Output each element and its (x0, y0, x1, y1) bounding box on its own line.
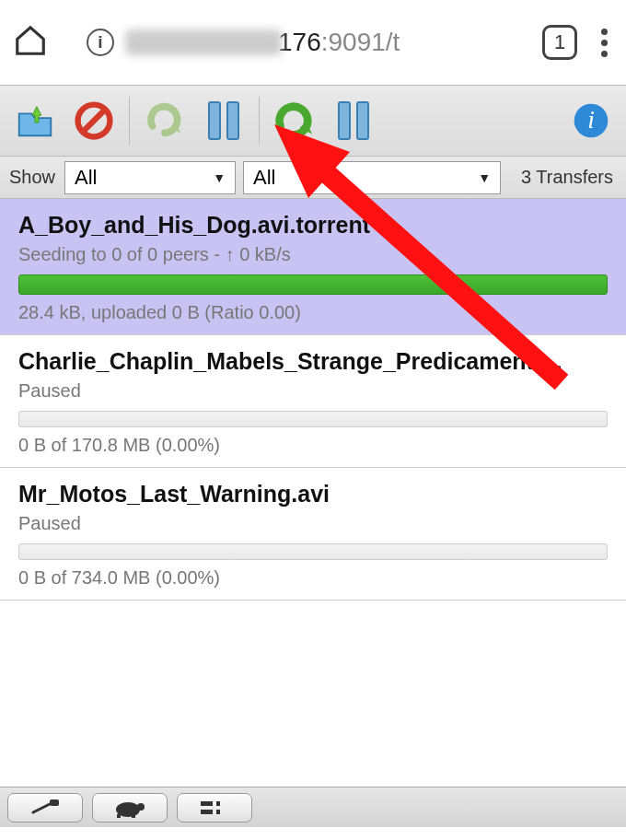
svg-point-10 (137, 803, 145, 811)
torrent-status: Paused (18, 380, 608, 402)
svg-rect-11 (117, 814, 121, 818)
transfer-count: 3 Transfers (516, 167, 619, 188)
torrent-row[interactable]: Charlie_Chaplin_Mabels_Strange_Predicame… (0, 335, 626, 468)
overflow-menu-icon[interactable] (596, 29, 613, 57)
torrent-row[interactable]: A_Boy_and_His_Dog.avi.torrent Seeding to… (0, 199, 626, 335)
torrent-title: Charlie_Chaplin_Mabels_Strange_Predicame… (18, 348, 608, 375)
show-label: Show (7, 167, 57, 188)
svg-line-1 (84, 111, 104, 131)
turtle-mode-button[interactable] (92, 793, 168, 822)
svg-rect-15 (201, 810, 213, 814)
torrent-footer: 0 B of 734.0 MB (0.00%) (18, 567, 608, 589)
svg-rect-4 (339, 102, 350, 139)
pause-all-button[interactable] (328, 95, 379, 146)
chevron-down-icon: ▼ (478, 170, 491, 185)
home-icon[interactable] (13, 23, 48, 62)
chevron-down-icon: ▼ (213, 170, 226, 185)
svg-rect-14 (216, 801, 220, 806)
open-torrent-button[interactable] (9, 95, 61, 146)
tracker-filter-value: All (253, 166, 275, 190)
tracker-filter-select[interactable]: All▼ (243, 161, 501, 194)
settings-button[interactable] (7, 793, 83, 822)
svg-text:i: i (587, 105, 595, 134)
svg-rect-13 (201, 801, 213, 806)
compact-view-button[interactable] (177, 793, 252, 822)
torrent-footer: 28.4 kB, uploaded 0 B (Ratio 0.00) (18, 302, 608, 323)
torrent-status: Seeding to 0 of 0 peers - ↑ 0 kB/s (18, 244, 608, 265)
pause-button[interactable] (198, 95, 249, 146)
torrent-footer: 0 B of 170.8 MB (0.00%) (18, 435, 608, 456)
svg-rect-8 (50, 799, 59, 806)
svg-rect-5 (357, 102, 368, 139)
url-text: 176:9091/t (125, 28, 504, 57)
torrent-row[interactable]: Mr_Motos_Last_Warning.avi Paused 0 B of … (0, 468, 626, 601)
toolbar: i (0, 85, 626, 157)
state-filter-select[interactable]: All▼ (64, 161, 236, 194)
site-info-icon[interactable]: i (87, 29, 114, 56)
svg-rect-3 (227, 102, 238, 139)
tab-count-button[interactable]: 1 (542, 25, 577, 60)
torrent-status: Paused (18, 513, 608, 534)
svg-rect-2 (209, 102, 220, 139)
browser-chrome: i 176:9091/t 1 (0, 0, 626, 85)
svg-rect-12 (132, 814, 135, 818)
progress-bar (18, 543, 608, 560)
progress-bar (18, 274, 608, 295)
toolbar-separator (129, 97, 130, 145)
progress-bar (18, 411, 608, 427)
start-all-button[interactable] (269, 95, 320, 146)
remove-torrent-button[interactable] (68, 95, 120, 146)
state-filter-value: All (75, 166, 97, 190)
torrent-title: Mr_Motos_Last_Warning.avi (18, 481, 608, 508)
torrent-title: A_Boy_and_His_Dog.avi.torrent (18, 212, 608, 239)
svg-rect-16 (216, 810, 220, 814)
torrent-list: A_Boy_and_His_Dog.avi.torrent Seeding to… (0, 199, 626, 601)
filter-bar: Show All▼ All▼ 3 Transfers (0, 157, 626, 199)
start-button[interactable] (139, 95, 191, 146)
toolbar-separator (259, 97, 260, 145)
address-bar[interactable]: i 176:9091/t (66, 16, 524, 69)
inspector-button[interactable]: i (565, 95, 617, 146)
status-bar (0, 787, 626, 827)
